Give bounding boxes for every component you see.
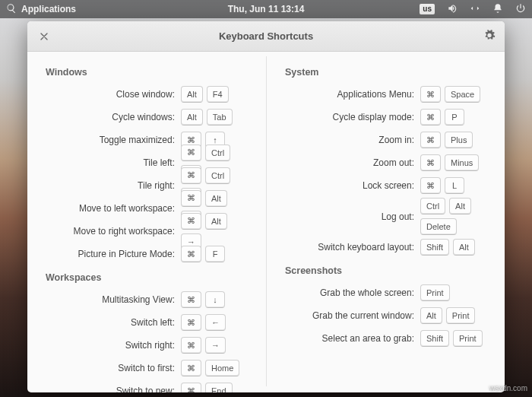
watermark: wsxdn.com xyxy=(489,384,527,392)
settings-button[interactable] xyxy=(483,29,496,43)
shortcut-keys: ⌘P xyxy=(420,109,464,125)
window-title: Keyboard Shortcuts xyxy=(219,30,313,42)
shortcut-keys: CtrlAltDelete xyxy=(420,198,489,235)
key-cap: Ctrl xyxy=(420,198,445,214)
left-column: WindowsClose window:AltF4Cycle windows:A… xyxy=(27,56,266,386)
shortcut-label: Picture in Picture Mode: xyxy=(46,249,175,259)
shortcut-keys: AltTab xyxy=(181,109,233,125)
right-column: SystemApplications Menu:⌘SpaceCycle disp… xyxy=(266,56,505,386)
shortcut-label: Log out: xyxy=(285,211,414,222)
key-cap: ⌘ xyxy=(181,360,201,376)
shortcut-label: Grab the whole screen: xyxy=(285,287,414,298)
key-cap: Delete xyxy=(420,218,457,235)
key-cap: Alt xyxy=(453,239,475,256)
key-cap: Shift xyxy=(420,330,449,347)
key-cap: Alt xyxy=(181,109,203,125)
shortcut-label: Zoom in: xyxy=(285,135,414,145)
shortcut-label: Cycle display mode: xyxy=(285,112,414,122)
key-cap: Space xyxy=(445,86,480,103)
shortcut-label: Switch to first: xyxy=(46,363,175,373)
key-cap: ⌘ xyxy=(181,291,201,308)
key-cap: Alt xyxy=(420,307,442,324)
shortcut-row: Zoom out:⌘Minus xyxy=(285,152,489,173)
key-cap: F xyxy=(205,246,225,262)
key-cap: End xyxy=(205,383,233,392)
shortcut-label: Tile right: xyxy=(46,180,175,191)
shortcut-label: Applications Menu: xyxy=(285,89,414,100)
shortcut-label: Toggle maximized: xyxy=(46,135,175,145)
shortcut-keys: ⌘Space xyxy=(420,86,480,103)
shortcut-keys: Print xyxy=(420,284,450,301)
shortcut-keys: ⌘L xyxy=(420,177,464,194)
key-cap: Alt xyxy=(205,213,227,230)
close-button[interactable] xyxy=(35,27,53,46)
top-panel: Applications Thu, Jun 11 13:14 us xyxy=(0,0,532,18)
shortcut-label: Multitasking View: xyxy=(46,294,175,305)
shortcut-row: Switch to first:⌘Home xyxy=(46,357,251,379)
shortcut-label: Select an area to grab: xyxy=(285,333,414,344)
network-icon[interactable] xyxy=(470,3,480,16)
section-heading: Screenshots xyxy=(285,265,489,276)
shortcut-label: Cycle windows: xyxy=(46,112,175,122)
shortcut-label: Move to left workspace: xyxy=(46,203,175,214)
search-icon[interactable] xyxy=(6,3,17,16)
shortcut-keys: ⌘→ xyxy=(181,337,226,354)
key-cap: ⌘ xyxy=(181,167,201,184)
key-cap: ⌘ xyxy=(181,337,201,354)
shortcut-row: Cycle windows:AltTab xyxy=(46,106,251,128)
key-cap: ↓ xyxy=(205,291,225,308)
shortcut-row: Picture in Picture Mode:⌘F xyxy=(46,243,251,265)
power-icon[interactable] xyxy=(515,3,526,16)
key-cap: Minus xyxy=(445,154,479,171)
panel-clock[interactable]: Thu, Jun 11 13:14 xyxy=(228,4,305,14)
key-cap: Print xyxy=(446,307,476,324)
shortcut-row: Log out:CtrlAltDelete xyxy=(285,198,489,235)
shortcut-keys: ShiftAlt xyxy=(420,239,475,256)
key-cap: Print xyxy=(420,284,450,301)
shortcut-label: Zoom out: xyxy=(285,157,414,168)
applications-menu[interactable]: Applications xyxy=(21,4,76,14)
shortcut-row: Multitasking View:⌘↓ xyxy=(46,289,251,310)
shortcut-row: Switch to new:⌘End xyxy=(46,380,251,392)
shortcut-row: Move to right workspace:⌘Alt→ xyxy=(46,221,251,242)
shortcut-label: Close window: xyxy=(46,89,175,100)
shortcut-keys: AltF4 xyxy=(181,86,229,103)
key-cap: ⌘ xyxy=(181,213,201,230)
shortcut-row: Switch left:⌘← xyxy=(46,312,251,333)
key-cap: ⌘ xyxy=(181,145,201,161)
key-cap: ⌘ xyxy=(420,132,441,148)
key-cap: ⌘ xyxy=(181,190,201,207)
shortcut-row: Grab the whole screen:Print xyxy=(285,282,489,303)
key-cap: P xyxy=(445,109,464,125)
keyboard-layout-indicator[interactable]: us xyxy=(420,4,435,14)
shortcut-label: Lock screen: xyxy=(285,180,414,191)
key-cap: ⌘ xyxy=(181,314,201,331)
shortcut-label: Grab the current window: xyxy=(285,310,414,321)
key-cap: Shift xyxy=(420,239,449,256)
section-heading: Windows xyxy=(46,67,251,78)
titlebar: Keyboard Shortcuts xyxy=(27,21,505,52)
shortcut-keys: ⌘Plus xyxy=(420,132,473,148)
section-heading: Workspaces xyxy=(46,272,251,283)
shortcut-keys: ⌘↓ xyxy=(181,291,225,308)
key-cap: ⌘ xyxy=(420,86,441,103)
key-cap: Ctrl xyxy=(205,167,230,184)
shortcut-label: Switch keyboard layout: xyxy=(285,242,414,252)
key-cap: Alt xyxy=(205,190,227,207)
key-cap: Print xyxy=(453,330,483,347)
shortcut-row: Select an area to grab:ShiftPrint xyxy=(285,328,489,349)
shortcut-row: Zoom in:⌘Plus xyxy=(285,129,489,151)
key-cap: → xyxy=(205,337,226,354)
shortcut-keys: ShiftPrint xyxy=(420,330,483,347)
keyboard-shortcuts-window: Keyboard Shortcuts WindowsClose window:A… xyxy=(27,21,505,392)
key-cap: ⌘ xyxy=(181,383,201,392)
key-cap: L xyxy=(445,177,464,194)
shortcut-label: Switch left: xyxy=(46,317,175,328)
shortcut-row: Switch right:⌘→ xyxy=(46,335,251,356)
shortcut-label: Switch to new: xyxy=(46,386,175,392)
key-cap: ⌘ xyxy=(420,109,441,125)
volume-icon[interactable] xyxy=(447,3,458,16)
key-cap: F4 xyxy=(207,86,229,103)
notifications-icon[interactable] xyxy=(492,3,503,16)
key-cap: Plus xyxy=(445,132,473,148)
